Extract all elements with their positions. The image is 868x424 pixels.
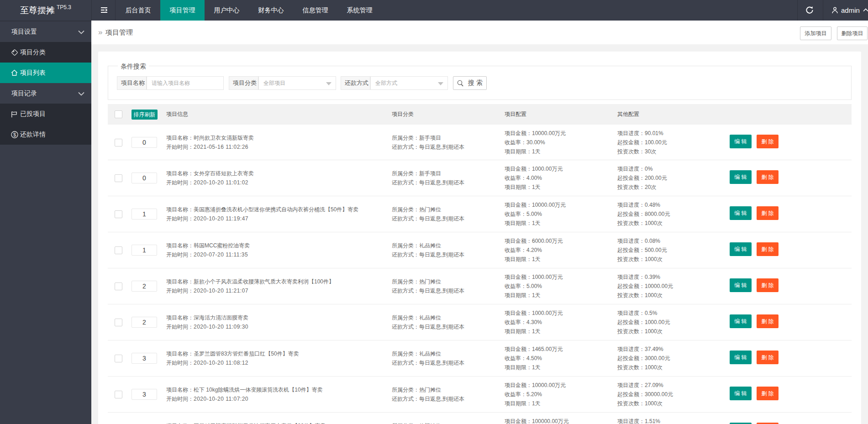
svg-text:$: $ <box>13 132 16 137</box>
